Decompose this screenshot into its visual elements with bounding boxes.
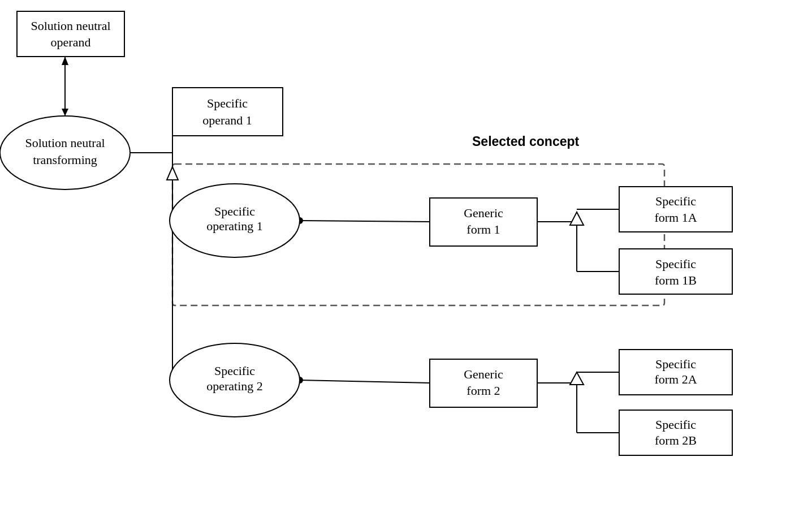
svg-text:form 2A: form 2A [654,372,697,386]
specific-operating-2-label: Specific [214,364,255,378]
svg-line-8 [300,221,430,222]
svg-rect-28 [619,187,732,232]
specific-form-1a-label: Specific [655,194,696,208]
svg-text:operand 1: operand 1 [202,113,252,127]
solution-neutral-operand-label: Solution neutral [31,19,110,33]
svg-marker-2 [62,109,68,116]
generic-form-1-label: Generic [464,206,503,220]
svg-marker-19 [570,372,584,385]
svg-rect-25 [172,88,283,136]
svg-marker-1 [62,57,68,65]
svg-line-16 [300,380,430,383]
svg-text:form 2B: form 2B [655,433,697,447]
svg-text:transforming: transforming [33,153,97,167]
svg-text:form 1: form 1 [467,222,500,236]
specific-form-2b-label: Specific [655,417,696,432]
svg-text:form 2: form 2 [467,384,500,398]
svg-marker-11 [570,212,584,225]
svg-marker-7 [167,167,178,180]
solution-neutral-transforming-label: Solution neutral [25,136,105,150]
svg-text:form 1B: form 1B [655,273,697,287]
svg-rect-33 [619,410,732,455]
selected-concept-label: Selected concept [472,134,580,149]
svg-text:operating 1: operating 1 [206,219,263,233]
specific-form-1b-label: Specific [655,257,696,271]
diagram: Selected concept [0,0,812,530]
specific-operating-1-label: Specific [214,204,255,218]
specific-form-2a-label: Specific [655,357,696,371]
svg-rect-29 [619,249,732,294]
svg-rect-23 [17,11,124,57]
svg-text:operating 2: operating 2 [206,379,263,393]
specific-operand-1-label: Specific [207,96,248,110]
generic-form-2-label: Generic [464,367,503,381]
svg-text:operand: operand [51,35,91,49]
svg-text:form 1A: form 1A [654,210,697,225]
